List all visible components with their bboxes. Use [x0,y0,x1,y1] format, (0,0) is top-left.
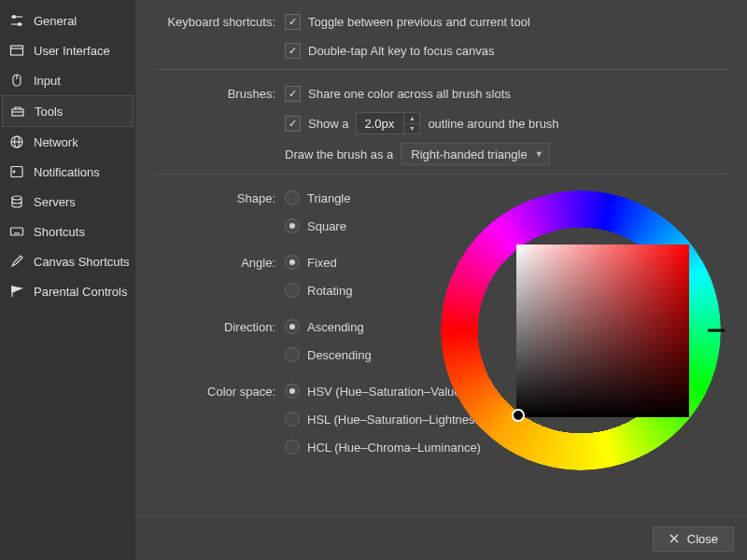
outline-size-spinner[interactable]: 2.0px ▲ ▼ [356,112,420,134]
colorspace-hsl-label: HSL (Hue–Saturation–Lightness) [307,413,485,427]
close-icon [669,533,680,544]
sidebar-item-network[interactable]: Network [0,127,135,157]
svg-point-15 [12,196,21,200]
bell-icon [9,164,24,179]
brush-shape-dropdown[interactable]: Right-handed triangle ▼ [401,143,549,165]
keyboard-shortcuts-label: Keyboard shortcuts: [154,15,285,29]
sidebar-item-input[interactable]: Input [0,65,135,95]
sidebar-item-label: Parental Controls [34,285,127,299]
direction-descending-label: Descending [307,348,372,362]
sidebar-item-tools[interactable]: Tools [2,95,134,127]
svg-rect-4 [11,46,23,55]
separator [154,69,728,70]
direction-descending-radio[interactable] [285,347,300,362]
shape-square-label: Square [307,219,346,233]
double-tap-alt-label: Double-tap Alt key to focus canvas [308,44,494,58]
color-space-label: Color space: [154,385,285,399]
share-color-label: Share one color across all brush slots [308,87,511,101]
colorspace-hsv-label: HSV (Hue–Saturation–Value) [307,385,465,399]
sidebar-item-label: Notifications [34,165,100,179]
svg-point-1 [13,16,16,19]
separator [154,174,728,175]
svg-point-14 [13,171,15,173]
shape-triangle-radio[interactable] [285,190,300,205]
mouse-icon [9,73,24,88]
show-outline-checkbox[interactable] [285,116,301,132]
sidebar-item-parental-controls[interactable]: Parental Controls [0,276,135,306]
saturation-value-box[interactable] [516,245,689,417]
sidebar-item-shortcuts[interactable]: Shortcuts [0,217,135,246]
colorspace-hsv-radio[interactable] [285,384,300,399]
double-tap-alt-checkbox[interactable] [285,43,301,59]
sv-cursor-icon [512,409,525,422]
sidebar-item-label: Input [34,74,61,88]
shape-label: Shape: [154,191,285,205]
show-outline-suffix: outline around the brush [428,117,558,131]
angle-fixed-label: Fixed [307,256,337,270]
angle-rotating-radio[interactable] [285,283,300,298]
keyboard-icon [9,224,24,239]
sidebar-item-servers[interactable]: Servers [0,187,135,217]
close-button-label: Close [687,532,718,546]
direction-label: Direction: [154,320,285,334]
sidebar-item-label: Network [34,135,78,149]
sidebar-item-user-interface[interactable]: User Interface [0,35,135,65]
show-outline-prefix: Show a [308,117,348,131]
brushes-label: Brushes: [154,87,285,101]
servers-icon [9,194,24,209]
colorspace-hcl-radio[interactable] [285,440,300,455]
share-color-checkbox[interactable] [285,86,301,102]
direction-ascending-label: Ascending [307,320,364,334]
sidebar-item-general[interactable]: General [0,6,135,35]
angle-rotating-label: Rotating [307,284,352,298]
dialog-footer: Close [135,516,747,560]
shape-triangle-label: Triangle [307,191,350,205]
angle-label: Angle: [154,256,285,270]
sidebar-item-notifications[interactable]: Notifications [0,157,135,187]
svg-rect-16 [11,228,23,235]
sidebar-item-label: Shortcuts [34,225,85,239]
sidebar-item-label: General [34,14,77,28]
svg-point-3 [19,23,21,26]
brush-icon [9,254,24,269]
sidebar-item-label: User Interface [34,44,110,58]
sidebar-item-canvas-shortcuts[interactable]: Canvas Shortcuts [0,246,135,276]
sidebar-item-label: Servers [34,195,76,209]
colorspace-hsl-radio[interactable] [285,412,300,427]
brush-shape-value: Right-handed triangle [411,147,527,161]
angle-fixed-radio[interactable] [285,255,300,270]
window-icon [9,43,24,58]
toggle-prev-tool-checkbox[interactable] [285,14,301,30]
chevron-down-icon: ▼ [535,149,543,159]
toolbox-icon [10,104,25,119]
sliders-icon [9,13,24,28]
draw-brush-prefix: Draw the brush as a [285,147,393,161]
colorspace-hcl-label: HCL (Hue–Chroma–Luminance) [307,441,481,455]
color-wheel-preview [441,190,721,470]
direction-ascending-radio[interactable] [285,319,300,334]
network-icon [9,134,24,149]
outline-size-value: 2.0px [357,113,403,133]
sidebar-item-label: Tools [35,105,63,119]
settings-sidebar: General User Interface Input Tools Netwo… [0,0,135,560]
close-button[interactable]: Close [653,526,734,552]
toggle-prev-tool-label: Toggle between previous and current tool [308,15,530,29]
shape-square-radio[interactable] [285,218,300,233]
sidebar-item-label: Canvas Shortcuts [34,255,130,269]
flag-icon [9,284,24,299]
spinner-down-icon[interactable]: ▼ [404,124,419,134]
spinner-up-icon[interactable]: ▲ [404,113,419,124]
